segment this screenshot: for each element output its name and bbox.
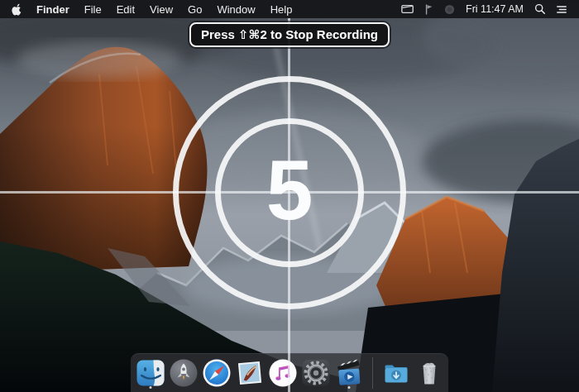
dock-separator (372, 357, 373, 389)
running-indicator (347, 386, 350, 389)
dock-item-trash[interactable] (414, 356, 445, 390)
dock-item-mail[interactable] (234, 356, 266, 390)
spotlight-search-icon[interactable] (529, 0, 551, 18)
system-preferences-gear-icon (301, 358, 331, 388)
flag-icon[interactable] (419, 0, 439, 18)
menu-go[interactable]: Go (180, 0, 209, 18)
countdown-number: 5 (266, 148, 313, 232)
dock-item-itunes[interactable] (267, 356, 299, 390)
dimmed-record-icon[interactable] (439, 0, 460, 18)
desktop-screen: 5 (0, 0, 579, 392)
dock-item-safari[interactable] (201, 356, 232, 390)
stop-recording-banner: Press ⇧⌘2 to Stop Recording (189, 22, 390, 47)
downloads-folder-icon (381, 358, 411, 388)
menu-view[interactable]: View (142, 0, 180, 18)
dock-item-launchpad[interactable] (168, 356, 199, 390)
menu-window[interactable]: Window (209, 0, 262, 18)
finder-icon (136, 358, 165, 388)
dock-item-screenflow[interactable] (333, 356, 365, 390)
menu-bar-status-area: Fri 11:47 AM (396, 0, 579, 18)
dock-item-downloads[interactable] (380, 356, 412, 390)
apple-menu[interactable] (0, 0, 29, 18)
mail-icon (235, 358, 265, 388)
dock-item-system-preferences[interactable] (300, 356, 332, 390)
safari-icon (202, 358, 232, 388)
menu-file[interactable]: File (77, 0, 109, 18)
menu-bar-clock[interactable]: Fri 11:47 AM (460, 3, 529, 15)
menu-edit[interactable]: Edit (109, 0, 142, 18)
running-indicator (149, 386, 151, 389)
apple-logo-icon (12, 2, 22, 16)
clapperboard-icon (334, 358, 364, 388)
menu-help[interactable]: Help (263, 0, 300, 18)
screen-recording-icon[interactable] (396, 0, 419, 18)
menu-bar: Finder File Edit View Go Window Help (0, 0, 579, 18)
itunes-icon (268, 358, 298, 388)
notification-center-icon[interactable] (551, 0, 572, 18)
dock-item-finder[interactable] (135, 356, 166, 390)
launchpad-icon (169, 358, 199, 388)
menu-finder[interactable]: Finder (29, 0, 77, 18)
trash-icon (414, 358, 444, 388)
